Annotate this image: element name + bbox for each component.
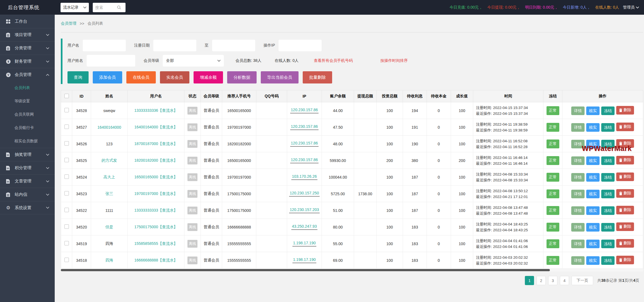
row-freeze-button[interactable]: 冻结 [601,240,615,248]
member-name-link[interactable]: 但是 [106,225,113,229]
next-page-button[interactable]: 下一页 [572,276,593,285]
batch-delete-button[interactable]: 批量删除 [303,71,332,83]
row-detail-button[interactable]: 详情 [571,240,585,248]
sort-by-operate-time-link[interactable]: 按操作时间排序 [380,58,408,63]
row-freeze-button[interactable]: 冻结 [601,123,615,132]
username-flow-link[interactable]: 18700187000【查流水】 [134,141,178,146]
view-all-phones-link[interactable]: 查看所有会员手机号码 [314,58,353,63]
row-checkbox[interactable] [64,108,69,112]
member-name-link[interactable]: 张三 [106,191,113,196]
search-box[interactable] [93,3,126,12]
row-detail-button[interactable]: 详情 [571,206,585,215]
username-flow-link[interactable]: 13333333336【查流水】 [134,108,178,113]
page-button-4[interactable]: 4 [560,276,569,285]
row-delete-button[interactable]: 删除 [616,256,634,264]
sidebar-item-1[interactable]: 项目管理 [0,28,55,41]
page-button-1[interactable]: 1 [525,276,534,285]
username-flow-link[interactable]: 16666688888【查流水】 [134,258,178,262]
row-delete-button[interactable]: 删除 [616,123,634,131]
row-delete-button[interactable]: 删除 [616,172,634,181]
sidebar-item-14[interactable]: ⚙系统设置 [0,201,55,214]
row-delete-button[interactable]: 删除 [616,206,634,214]
row-detail-button[interactable]: 详情 [571,123,585,132]
sidebar-item-0[interactable]: 工作台 [0,15,55,28]
row-freeze-button[interactable]: 冻结 [601,106,615,115]
sidebar-item-11[interactable]: 积分管理 [0,161,55,174]
row-freeze-button[interactable]: 冻结 [601,256,615,265]
freeze-status-badge[interactable]: 正常 [547,256,559,265]
row-verify-button[interactable]: 核实 [586,190,600,198]
row-freeze-button[interactable]: 冻结 [601,156,615,165]
sidebar-item-3[interactable]: ¥财务管理 [0,55,55,68]
operate-ip-input[interactable] [279,40,322,51]
row-verify-button[interactable]: 核实 [586,156,600,165]
sidebar-subitem-8[interactable]: 会员银行卡 [0,121,55,134]
ip-link[interactable]: 120.230.157.86 [290,108,318,113]
member-name-link[interactable]: 16400164000 [97,125,121,130]
row-checkbox[interactable] [64,258,69,262]
member-name-link[interactable]: 的方式发 [102,158,117,163]
ip-link[interactable]: 120.230.157.86 [290,141,318,147]
row-freeze-button[interactable]: 冻结 [601,173,615,182]
regdate-end-input[interactable] [212,40,255,51]
ip-link[interactable]: 120.230.157.203 [289,207,319,213]
row-freeze-button[interactable]: 冻结 [601,206,615,215]
analyze-data-button[interactable]: 分析数据 [227,71,257,83]
horizontal-scrollbar[interactable] [61,269,643,271]
member-name-link[interactable]: 高大上 [104,175,115,179]
username-flow-link[interactable]: 17500175000【查流水】 [134,225,178,229]
row-verify-button[interactable]: 核实 [586,106,600,115]
sidebar-item-10[interactable]: 抽奖管理 [0,148,55,161]
ip-link[interactable]: 43.250.247.93 [291,224,317,230]
row-checkbox[interactable] [64,208,69,212]
admin-menu[interactable]: 管理员 [623,5,639,10]
row-detail-button[interactable]: 详情 [571,256,585,265]
row-delete-button[interactable]: 删除 [616,239,634,248]
scrollbar-thumb[interactable] [61,269,550,271]
export-members-button[interactable]: 导出当前会员 [261,71,299,83]
sidebar-item-12[interactable]: 文章管理 [0,174,55,188]
row-verify-button[interactable]: 核实 [586,223,600,232]
username-flow-link[interactable]: 16400164000【查流水】 [134,125,178,129]
username-flow-link[interactable]: 15585858555【查流水】 [134,241,178,246]
realname-input[interactable] [87,55,135,67]
row-verify-button[interactable]: 核实 [586,173,600,182]
module-select[interactable]: 流水记录 [61,3,89,12]
sidebar-subitem-6[interactable]: 等级设置 [0,95,55,108]
row-verify-button[interactable]: 核实 [586,256,600,265]
row-verify-button[interactable]: 核实 [586,123,600,132]
row-checkbox[interactable] [64,125,69,129]
add-member-button[interactable]: 添加会员 [93,71,122,83]
row-checkbox[interactable] [64,158,69,162]
username-flow-link[interactable]: 19700197000【查流水】 [134,191,178,196]
member-name-link[interactable]: 四海 [106,258,113,262]
ip-link[interactable]: 1.198.17.190 [292,241,316,247]
freeze-status-badge[interactable]: 正常 [547,223,559,232]
query-button[interactable]: 查询 [67,71,89,83]
row-delete-button[interactable]: 删除 [616,106,634,115]
row-checkbox[interactable] [64,241,69,245]
row-detail-button[interactable]: 详情 [571,173,585,182]
row-checkbox[interactable] [64,224,69,229]
sidebar-subitem-9[interactable]: 核实会员数据 [0,134,55,148]
ip-link[interactable]: 120.230.157.86 [290,158,318,163]
row-detail-button[interactable]: 详情 [571,106,585,115]
username-flow-link[interactable]: 16500165000【查流水】 [134,175,178,179]
adjust-balance-button[interactable]: 增减余额 [194,71,223,83]
freeze-status-badge[interactable]: 正常 [547,156,559,165]
row-delete-button[interactable]: 删除 [616,222,634,231]
online-members-button[interactable]: 在线会员 [126,71,156,83]
sidebar-item-13[interactable]: 站内信 [0,188,55,201]
select-all-checkbox[interactable] [64,94,69,98]
page-button-3[interactable]: 3 [548,276,557,285]
sidebar-item-2[interactable]: 分类管理 [0,41,55,55]
search-input[interactable] [95,5,117,10]
row-checkbox[interactable] [64,191,69,196]
freeze-status-badge[interactable]: 正常 [547,139,559,148]
freeze-status-badge[interactable]: 正常 [547,206,559,215]
freeze-status-badge[interactable]: 正常 [547,239,559,248]
ip-link[interactable]: 120.230.157.86 [290,124,318,130]
username-input[interactable] [83,40,126,51]
ip-link[interactable]: 1.198.17.190 [292,257,316,263]
sidebar-subitem-7[interactable]: 会员关联网 [0,108,55,121]
